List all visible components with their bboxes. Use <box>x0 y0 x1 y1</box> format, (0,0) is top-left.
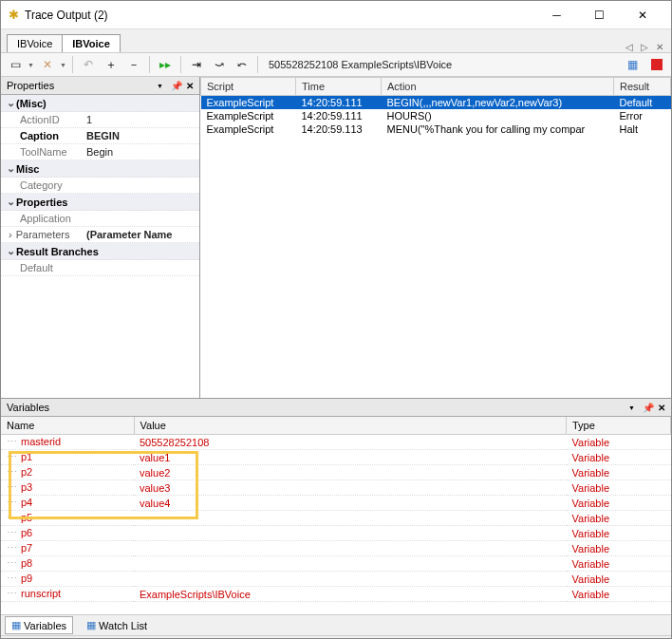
remove-button[interactable]: － <box>123 55 144 74</box>
variable-row[interactable]: p5Variable <box>1 511 671 526</box>
col-time[interactable]: Time <box>296 78 382 96</box>
variables-title: Variables <box>7 402 628 413</box>
variables-grid: Name Value Type masterid505528252108Vari… <box>1 417 671 614</box>
step-out-button[interactable]: ⤺ <box>232 55 252 74</box>
app-icon: ✱ <box>9 8 19 22</box>
prop-row[interactable]: Application <box>1 211 199 227</box>
var-type: Variable <box>567 496 671 511</box>
minimize-button[interactable]: ─ <box>535 2 578 28</box>
tab-next-icon[interactable]: ▷ <box>639 42 650 52</box>
prop-category[interactable]: ⌄Properties <box>1 194 199 211</box>
separator <box>180 56 181 73</box>
tools-button[interactable]: ✕ <box>37 55 58 74</box>
prop-row[interactable]: Default <box>1 260 199 276</box>
variables-panel: Variables ▼ 📌 ✕ Name Value Type masterid… <box>1 398 671 614</box>
maximize-button[interactable]: ☐ <box>578 2 621 28</box>
prop-row[interactable]: ›Parameters(Parameter Name <box>1 227 199 243</box>
panel-close-icon[interactable]: ✕ <box>186 81 194 91</box>
trace-row[interactable]: ExampleScript14:20:59.113MENU("%Thank yo… <box>201 122 671 136</box>
doc-tab-active[interactable]: IBVoice <box>62 34 121 52</box>
variable-row[interactable]: p3value3Variable <box>1 480 671 496</box>
prop-category[interactable]: ⌄Result Branches <box>1 243 199 260</box>
status-bar: Idle <box>1 635 671 639</box>
col-action[interactable]: Action <box>382 78 614 96</box>
bottom-tab-watchlist[interactable]: ▦Watch List <box>81 617 153 633</box>
variable-row[interactable]: p7Variable <box>1 541 671 556</box>
col-value[interactable]: Value <box>134 417 567 435</box>
var-type: Variable <box>567 526 671 541</box>
run-button[interactable]: ▸▸ <box>155 55 176 74</box>
step-over-button[interactable]: ⤻ <box>209 55 230 74</box>
variable-row[interactable]: p8Variable <box>1 556 671 572</box>
col-script[interactable]: Script <box>201 78 296 96</box>
var-type: Variable <box>567 450 671 465</box>
dropdown-icon[interactable]: ▼ <box>28 62 35 68</box>
titlebar: ✱ Trace Output (2) ─ ☐ ✕ <box>1 1 671 29</box>
variables-icon: ▦ <box>11 619 21 631</box>
tab-prev-icon[interactable]: ◁ <box>624 42 635 52</box>
variable-row[interactable]: masterid505528252108Variable <box>1 435 671 450</box>
step-in-button[interactable]: ⇥ <box>186 55 207 74</box>
bottom-tab-variables[interactable]: ▦Variables <box>5 616 73 634</box>
document-tabs: IBVoice IBVoice ◁ ▷ ✕ <box>1 29 671 52</box>
variable-row[interactable]: p4value4Variable <box>1 496 671 511</box>
prop-row[interactable]: Category <box>1 178 199 194</box>
variable-row[interactable]: p1value1Variable <box>1 450 671 465</box>
add-button[interactable]: ＋ <box>101 55 121 74</box>
var-type: Variable <box>567 587 671 602</box>
dropdown-icon[interactable]: ▼ <box>60 62 67 68</box>
close-button[interactable]: ✕ <box>621 2 663 28</box>
separator <box>149 56 150 73</box>
var-name: p9 <box>1 572 134 587</box>
properties-panel: Properties ▼ 📌 ✕ ⌄(Misc) ActionID1 Capti… <box>1 77 200 398</box>
trace-row[interactable]: ExampleScript14:20:59.111BEGIN(,,,newVar… <box>201 96 671 110</box>
trace-table: Script Time Action Result ExampleScript1… <box>200 77 671 398</box>
prop-row[interactable]: CaptionBEGIN <box>1 128 199 144</box>
dropdown-icon[interactable]: ▼ <box>157 83 163 89</box>
col-result[interactable]: Result <box>614 78 671 96</box>
panel-close-icon[interactable]: ✕ <box>658 403 665 413</box>
properties-title: Properties <box>7 80 157 91</box>
doc-tab[interactable]: IBVoice <box>7 34 63 52</box>
var-value <box>134 526 567 541</box>
window-layout-button[interactable]: ▭ <box>5 55 26 74</box>
variable-row[interactable]: p6Variable <box>1 526 671 541</box>
variable-row[interactable]: p9Variable <box>1 572 671 587</box>
variables-header: Variables ▼ 📌 ✕ <box>1 399 671 417</box>
var-value: ExampleScripts\IBVoice <box>134 587 567 602</box>
properties-grid: ⌄(Misc) ActionID1 CaptionBEGIN ToolNameB… <box>1 95 199 398</box>
separator <box>257 56 258 73</box>
col-type[interactable]: Type <box>567 417 671 435</box>
variable-row[interactable]: p2value2Variable <box>1 465 671 480</box>
var-name: masterid <box>1 435 134 450</box>
variable-row[interactable]: runscriptExampleScripts\IBVoiceVariable <box>1 587 671 602</box>
trace-header-row: Script Time Action Result <box>201 78 671 96</box>
prop-row[interactable]: ToolNameBegin <box>1 144 199 160</box>
tab-close-icon[interactable]: ✕ <box>654 42 665 52</box>
var-name: p5 <box>1 511 134 526</box>
var-value: value1 <box>134 450 567 465</box>
prop-category[interactable]: ⌄Misc <box>1 160 199 178</box>
toolbar: ▭▼ ✕▼ ↶ ＋ － ▸▸ ⇥ ⤻ ⤺ 505528252108 Exampl… <box>1 52 671 77</box>
var-type: Variable <box>567 556 671 572</box>
grid-view-button[interactable]: ▦ <box>622 55 643 74</box>
col-name[interactable]: Name <box>1 417 134 435</box>
var-value: value2 <box>134 465 567 480</box>
window-title: Trace Output (2) <box>25 9 535 22</box>
var-value <box>134 556 567 572</box>
chevron-down-icon: ⌄ <box>5 162 16 175</box>
var-value: value3 <box>134 480 567 496</box>
dropdown-icon[interactable]: ▼ <box>628 404 635 411</box>
var-value: value4 <box>134 496 567 511</box>
chevron-right-icon: › <box>9 229 12 240</box>
undo-button[interactable]: ↶ <box>78 55 99 74</box>
chevron-down-icon: ⌄ <box>5 196 16 208</box>
prop-row[interactable]: ActionID1 <box>1 112 199 128</box>
pin-icon[interactable]: 📌 <box>643 403 654 413</box>
prop-category[interactable]: ⌄(Misc) <box>1 95 199 112</box>
var-value: 505528252108 <box>134 435 567 450</box>
var-type: Variable <box>567 465 671 480</box>
stop-button[interactable] <box>646 55 667 74</box>
pin-icon[interactable]: 📌 <box>171 81 182 91</box>
trace-row[interactable]: ExampleScript14:20:59.111HOURS()Error <box>201 109 671 122</box>
